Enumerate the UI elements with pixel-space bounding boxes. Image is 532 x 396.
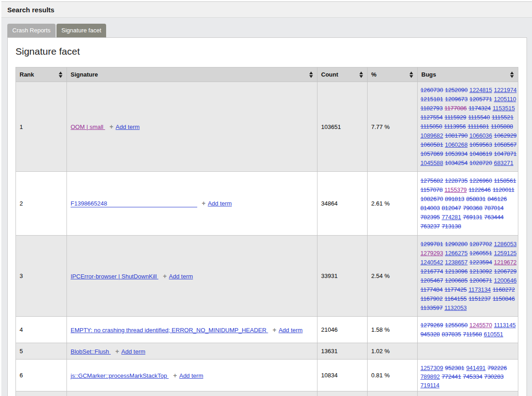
bug-link[interactable]: 891813 <box>445 195 465 202</box>
bug-link[interactable]: 769131 <box>463 214 482 221</box>
bug-link[interactable]: 814003 <box>420 205 440 211</box>
bug-link[interactable]: 1290280 <box>445 241 468 247</box>
bug-link[interactable]: 772441 <box>442 373 461 380</box>
bug-link[interactable]: 1057869 <box>420 150 443 157</box>
bug-link[interactable]: 945328 <box>420 331 440 338</box>
bug-link[interactable]: 1224815 <box>470 87 492 93</box>
bug-link[interactable]: 1259125 <box>494 250 517 257</box>
bug-link[interactable]: 1287702 <box>470 241 492 247</box>
bug-link[interactable]: 763237 <box>420 223 440 230</box>
sort-icon[interactable] <box>309 72 313 78</box>
bug-link[interactable]: 1034254 <box>445 159 468 166</box>
bug-link[interactable]: 1260730 <box>420 87 443 93</box>
bug-link[interactable]: 1209673 <box>445 96 468 103</box>
bug-link[interactable]: 1221974 <box>494 87 517 93</box>
add-term-link[interactable]: Add term <box>279 327 303 334</box>
bug-link[interactable]: 1279269 <box>420 322 443 329</box>
bug-link[interactable]: 1133597 <box>420 304 443 311</box>
bug-link[interactable]: 763444 <box>484 214 504 221</box>
bug-link[interactable]: 1060581 <box>420 141 443 148</box>
add-term-link[interactable]: Add term <box>208 200 232 207</box>
sort-icon[interactable] <box>409 72 414 78</box>
bug-link[interactable]: 1213096 <box>445 268 468 275</box>
add-term-link[interactable]: Add term <box>179 372 203 379</box>
bug-link[interactable]: 1082670 <box>420 195 443 202</box>
bug-link[interactable]: 790368 <box>463 205 482 211</box>
bug-link[interactable]: 941491 <box>466 365 486 371</box>
bug-link[interactable]: 1132053 <box>445 304 467 311</box>
tab-signature-facet[interactable]: Signature facet <box>56 24 106 37</box>
bug-link[interactable]: 1062929 <box>494 132 517 139</box>
tab-crash-reports[interactable]: Crash Reports <box>7 24 56 37</box>
bug-link[interactable]: 846126 <box>487 195 507 202</box>
add-term-link[interactable]: Add term <box>116 123 140 130</box>
bug-link[interactable]: 1113956 <box>444 123 466 130</box>
bug-link[interactable]: 1182793 <box>420 105 443 112</box>
bug-link[interactable]: 1113145 <box>494 322 516 329</box>
bug-link[interactable]: 1228735 <box>445 177 468 184</box>
bug-link[interactable]: 1275682 <box>420 177 443 184</box>
column-header-percent[interactable]: % <box>368 67 418 82</box>
bug-link[interactable]: 1089682 <box>420 132 443 139</box>
column-header-bugs[interactable]: Bugs <box>418 67 518 82</box>
bug-link[interactable]: 1226960 <box>470 177 492 184</box>
bug-link[interactable]: 1059563 <box>470 141 492 148</box>
bug-link[interactable]: 858831 <box>466 195 486 202</box>
bug-link[interactable]: 1205467 <box>420 277 443 284</box>
bug-link[interactable]: 1177425 <box>445 286 467 293</box>
bug-link[interactable]: 812047 <box>442 205 461 211</box>
bug-link[interactable]: 1206729 <box>494 268 517 275</box>
bug-link[interactable]: 1245570 <box>470 322 492 329</box>
bug-link[interactable]: 610551 <box>484 331 503 338</box>
signature-link[interactable]: js::GCMarker::processMarkStackTop <box>71 372 169 379</box>
bug-link[interactable]: 782395 <box>420 214 440 221</box>
bug-link[interactable]: 1060268 <box>445 141 468 148</box>
bug-link[interactable]: 1122646 <box>469 186 491 193</box>
bug-link[interactable]: 1045588 <box>420 159 443 166</box>
bug-link[interactable]: 1215181 <box>420 96 443 103</box>
bug-link[interactable]: 837835 <box>442 331 461 338</box>
bug-link[interactable]: 1058567 <box>494 141 517 148</box>
bug-link[interactable]: 1223594 <box>470 259 492 266</box>
sort-icon[interactable] <box>510 72 514 78</box>
bug-link[interactable]: 1260551 <box>470 250 492 257</box>
bug-link[interactable]: 1155379 <box>445 186 467 193</box>
bug-link[interactable]: 1048619 <box>470 150 492 157</box>
column-header-signature[interactable]: Signature <box>67 67 317 82</box>
bug-link[interactable]: 1174324 <box>469 105 491 112</box>
bug-link[interactable]: 1177484 <box>420 286 443 293</box>
signature-link[interactable]: OOM | small <box>71 123 105 130</box>
bug-link[interactable]: 1238657 <box>445 259 468 266</box>
bug-link[interactable]: 1216774 <box>420 268 443 275</box>
signature-link[interactable]: F1398665248 <box>71 200 197 207</box>
bug-link[interactable]: 1105888 <box>491 123 513 130</box>
bug-link[interactable]: 1205771 <box>470 96 492 103</box>
sort-icon[interactable] <box>59 72 63 78</box>
bug-link[interactable]: 1255050 <box>445 322 468 329</box>
bug-link[interactable]: 1299781 <box>420 241 443 247</box>
bug-link[interactable]: 1047871 <box>494 150 517 157</box>
bug-link[interactable]: 1168272 <box>492 286 515 293</box>
bug-link[interactable]: 1286053 <box>494 241 517 247</box>
signature-link[interactable]: IPCError-browser | ShutDownKill <box>71 273 159 280</box>
bug-link[interactable]: 1115540 <box>468 114 490 121</box>
bug-link[interactable]: 787014 <box>484 205 504 211</box>
bug-link[interactable]: 1127554 <box>420 114 443 121</box>
bug-link[interactable]: 713138 <box>442 223 461 230</box>
column-header-rank[interactable]: Rank <box>16 67 67 82</box>
bug-link[interactable]: 952381 <box>445 365 465 371</box>
bug-link[interactable]: 711568 <box>463 331 482 338</box>
bug-link[interactable]: 1081790 <box>445 132 468 139</box>
bug-link[interactable]: 1120011 <box>492 186 514 193</box>
bug-link[interactable]: 1266275 <box>445 250 468 257</box>
bug-link[interactable]: 1177086 <box>445 105 467 112</box>
bug-link[interactable]: 719114 <box>420 382 440 389</box>
bug-link[interactable]: 1157078 <box>420 186 443 193</box>
signature-link[interactable]: BlobSet::Flush <box>71 348 111 355</box>
bug-link[interactable]: 789892 <box>420 373 440 380</box>
bug-link[interactable]: 1167902 <box>420 295 443 302</box>
bug-link[interactable]: 792226 <box>487 365 507 371</box>
bug-link[interactable]: 1111681 <box>468 123 489 130</box>
column-header-count[interactable]: Count <box>317 67 368 82</box>
bug-link[interactable]: 1150846 <box>492 295 515 302</box>
